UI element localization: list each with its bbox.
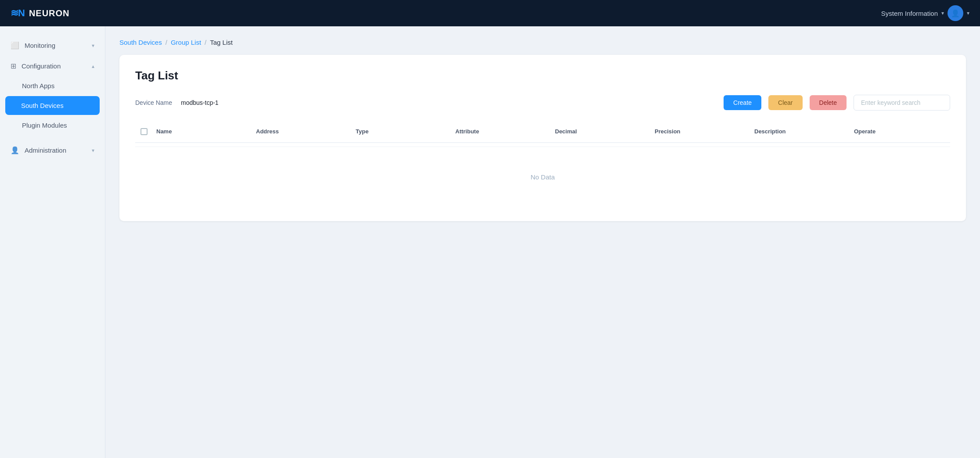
col-attribute: Attribute xyxy=(452,126,551,137)
admin-label: Administration xyxy=(25,147,86,154)
col-address: Address xyxy=(252,126,352,137)
breadcrumb-group-list[interactable]: Group List xyxy=(171,39,201,46)
delete-button[interactable]: Delete xyxy=(810,95,847,110)
clear-button[interactable]: Clear xyxy=(768,95,802,110)
col-precision: Precision xyxy=(651,126,751,137)
table-header: Name Address Type Attribute Decimal Prec… xyxy=(135,121,950,143)
breadcrumb-sep-1: / xyxy=(166,39,167,46)
monitor-icon: ⬜ xyxy=(11,41,19,50)
col-decimal: Decimal xyxy=(551,126,651,137)
logo-text: NEURON xyxy=(29,8,70,18)
sidebar-item-south-devices[interactable]: South Devices xyxy=(5,96,100,115)
main-content: South Devices / Group List / Tag List Ta… xyxy=(105,26,980,458)
system-info-chevron: ▾ xyxy=(941,10,944,16)
breadcrumb-sep-2: / xyxy=(205,39,206,46)
configuration-chevron: ▴ xyxy=(92,63,94,69)
toolbar: Device Name modbus-tcp-1 Create Clear De… xyxy=(135,95,950,111)
plugin-modules-label: Plugin Modules xyxy=(22,122,67,129)
config-icon: ⊞ xyxy=(11,62,16,70)
sidebar-item-label: Configuration xyxy=(22,62,86,70)
col-type: Type xyxy=(352,126,452,137)
select-all-cell xyxy=(135,126,153,137)
device-name-value: modbus-tcp-1 xyxy=(181,99,219,106)
avatar-chevron: ▾ xyxy=(967,10,969,16)
page-layout: ⬜ Monitoring ▾ ⊞ Configuration ▴ North A… xyxy=(0,26,980,458)
breadcrumb-south-devices[interactable]: South Devices xyxy=(119,39,162,46)
logo: ≋N NEURON xyxy=(11,7,70,19)
sidebar: ⬜ Monitoring ▾ ⊞ Configuration ▴ North A… xyxy=(0,26,105,458)
tag-list-card: Tag List Device Name modbus-tcp-1 Create… xyxy=(119,55,966,221)
sidebar-item-label: Monitoring xyxy=(25,42,86,49)
app-header: ≋N NEURON System Information ▾ 👤 ▾ xyxy=(0,0,980,26)
empty-state: No Data xyxy=(135,147,950,207)
sidebar-item-north-apps[interactable]: North Apps xyxy=(0,76,105,95)
system-info-label: System Information xyxy=(881,10,938,17)
breadcrumb-tag-list: Tag List xyxy=(210,39,233,46)
col-operate: Operate xyxy=(850,126,950,137)
sidebar-item-configuration[interactable]: ⊞ Configuration ▴ xyxy=(0,56,105,76)
sidebar-item-monitoring[interactable]: ⬜ Monitoring ▾ xyxy=(0,35,105,56)
search-input[interactable] xyxy=(854,95,950,111)
col-name: Name xyxy=(153,126,252,137)
sidebar-item-administration[interactable]: 👤 Administration ▾ xyxy=(0,140,105,161)
system-info-button[interactable]: System Information ▾ 👤 ▾ xyxy=(881,5,969,21)
avatar-icon: 👤 xyxy=(951,9,960,18)
select-all-checkbox[interactable] xyxy=(141,128,148,135)
north-apps-label: North Apps xyxy=(22,82,54,89)
sidebar-item-plugin-modules[interactable]: Plugin Modules xyxy=(0,116,105,135)
monitoring-chevron: ▾ xyxy=(92,43,94,49)
logo-icon: ≋N xyxy=(11,7,25,19)
device-name-label: Device Name xyxy=(135,99,172,106)
breadcrumb: South Devices / Group List / Tag List xyxy=(119,39,966,46)
tag-table: Name Address Type Attribute Decimal Prec… xyxy=(135,121,950,207)
col-description: Description xyxy=(751,126,850,137)
admin-icon: 👤 xyxy=(11,146,19,154)
create-button[interactable]: Create xyxy=(724,95,761,110)
page-title: Tag List xyxy=(135,69,950,82)
avatar[interactable]: 👤 xyxy=(948,5,963,21)
south-devices-label: South Devices xyxy=(21,102,64,109)
admin-chevron: ▾ xyxy=(92,147,94,154)
